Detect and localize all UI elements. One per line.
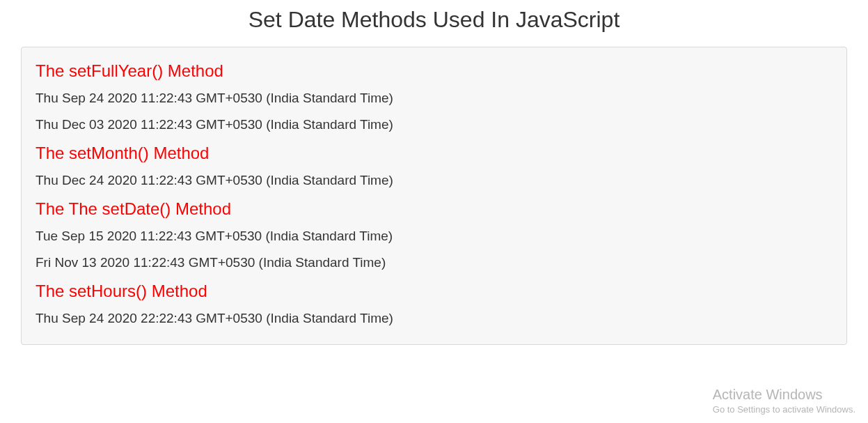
watermark-subtitle: Go to Settings to activate Windows. bbox=[713, 404, 855, 415]
date-output: Thu Dec 24 2020 11:22:43 GMT+0530 (India… bbox=[35, 173, 833, 188]
date-output: Thu Sep 24 2020 11:22:43 GMT+0530 (India… bbox=[35, 91, 833, 106]
section-heading-setfullyear: The setFullYear() Method bbox=[35, 61, 833, 81]
section-heading-setmonth: The setMonth() Method bbox=[35, 144, 833, 163]
section-heading-setdate: The The setDate() Method bbox=[35, 199, 833, 219]
date-output: Thu Dec 03 2020 11:22:43 GMT+0530 (India… bbox=[35, 117, 833, 132]
windows-activation-watermark: Activate Windows Go to Settings to activ… bbox=[713, 387, 855, 415]
date-output: Thu Sep 24 2020 22:22:43 GMT+0530 (India… bbox=[35, 311, 833, 326]
section-heading-sethours: The setHours() Method bbox=[35, 282, 833, 301]
date-output: Fri Nov 13 2020 11:22:43 GMT+0530 (India… bbox=[35, 255, 833, 270]
date-output: Tue Sep 15 2020 11:22:43 GMT+0530 (India… bbox=[35, 229, 833, 244]
page-title: Set Date Methods Used In JavaScript bbox=[0, 0, 868, 47]
content-panel: The setFullYear() Method Thu Sep 24 2020… bbox=[21, 47, 847, 345]
watermark-title: Activate Windows bbox=[713, 387, 855, 403]
